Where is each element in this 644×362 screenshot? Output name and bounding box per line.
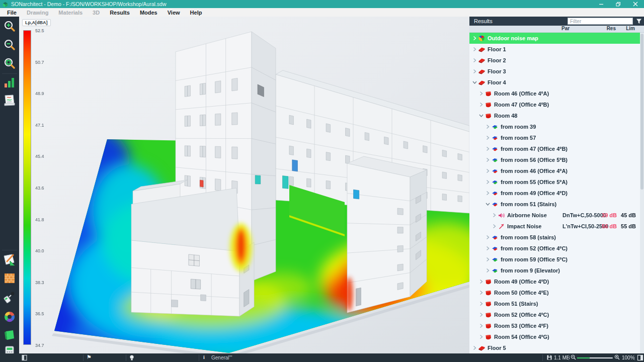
menu-item-help[interactable]: Help [185,10,207,16]
tree-row[interactable]: from room 46 (Office 4ºA) [469,165,640,176]
tree-row[interactable]: from room 47 (Office 4ºB) [469,143,640,154]
expander-chevron-icon[interactable] [478,290,485,296]
minimize-button[interactable] [593,0,610,8]
zoom-extents-button[interactable] [3,57,16,70]
expander-chevron-icon[interactable] [471,57,478,63]
sound-meter-button[interactable] [3,291,16,304]
tree-row[interactable]: Outdoor noise map [469,33,640,44]
tree-row[interactable]: Floor 5 [469,342,640,353]
expander-chevron-icon[interactable] [485,135,491,141]
tree-row[interactable]: Floor 2 [469,55,640,66]
zoom-out-button[interactable] [3,38,16,51]
status-bar: ⚑ i General''' 1.1 MB 100% [0,353,644,362]
tree-row[interactable]: Room 52 (Office 4ºC) [469,309,640,320]
menu-item-view[interactable]: View [163,10,185,16]
expander-chevron-icon[interactable] [471,68,478,74]
tree-row[interactable]: Room 48 [469,110,640,121]
expander-chevron-icon[interactable] [478,323,485,329]
chart-button[interactable] [3,76,16,89]
fromroom-red-icon [491,168,499,174]
expander-chevron-icon[interactable] [485,157,491,163]
zoom-in-small-icon[interactable] [614,354,620,360]
tree-row[interactable]: Airborne NoiseDnTw+C,50-500039 dB45 dB [469,210,640,221]
parameter-value: DnTw+C,50-5000 [562,212,606,218]
tree-row[interactable]: Room 51 (Stairs) [469,298,640,309]
tree-row[interactable]: Room 54 (Office 4ºG) [469,331,640,342]
tree-row[interactable]: from room 55 (Office 5ºA) [469,176,640,188]
expander-chevron-icon[interactable] [485,124,491,130]
expander-chevron-icon[interactable] [478,102,485,108]
menu-item-materials: Materials [53,10,88,16]
fromroom-red-icon [491,190,499,197]
expander-chevron-icon[interactable] [485,234,491,240]
noise-map-3d-view[interactable]: Lp,A[dBA] 52.550.748.947.145.443.641.840… [19,17,469,353]
tree-row-label: from room 52 (Office 4ºC) [501,245,568,251]
tree-row[interactable]: Room 53 (Office 4ºF) [469,320,640,331]
expander-chevron-icon[interactable] [491,212,498,218]
tree-row[interactable]: Room 46 (Office 4ºA) [469,88,640,99]
expander-chevron-icon[interactable] [471,345,478,351]
zoom-slider[interactable] [577,357,613,358]
expander-chevron-icon[interactable] [485,256,491,262]
noisemap-icon [478,35,486,42]
expander-chevron-icon[interactable] [485,168,491,174]
expander-chevron-icon[interactable] [471,46,478,52]
expander-chevron-icon[interactable] [478,279,485,285]
zoom-out-small-icon[interactable] [571,354,576,360]
bulb-icon[interactable] [129,354,135,361]
expander-chevron-icon[interactable] [471,35,478,41]
expander-chevron-icon[interactable] [471,79,478,85]
tree-row[interactable]: from room 58 (stairs) [469,232,640,243]
expander-chevron-icon[interactable] [478,301,485,307]
tree-row[interactable]: from room 52 (Office 4ºC) [469,243,640,254]
maximize-button[interactable] [610,0,627,8]
menu-item-file[interactable]: File [2,10,22,16]
expander-chevron-icon[interactable] [485,190,491,196]
tree-row[interactable]: from room 59 (Office 5ºC) [469,254,640,265]
tree-row[interactable]: Room 49 (Office 4ºD) [469,276,640,287]
layout-toggle-icon[interactable] [637,354,643,361]
status-info-label: General''' [211,355,232,360]
flag-icon[interactable]: ⚑ [87,354,92,360]
tree-row[interactable]: Room 50 (Office 4ºE) [469,287,640,298]
expander-chevron-icon[interactable] [478,334,485,340]
tree-row[interactable]: Floor 3 [469,66,640,77]
expander-chevron-icon[interactable] [478,312,485,318]
expander-chevron-icon[interactable] [485,146,491,152]
tree-row[interactable]: Floor 4 [469,77,640,88]
color-wheel-button[interactable] [3,310,16,323]
solid-3d-button[interactable] [3,328,16,341]
room-icon [485,334,492,340]
tree-row[interactable]: Impact NoiseL'nTw+CI,50-250056 dB55 dB [469,221,640,232]
tree-row-label: from room 51 (Stairs) [501,201,556,207]
results-scrollbar[interactable] [640,33,644,353]
expander-chevron-icon[interactable] [478,90,485,97]
report-button[interactable] [3,94,16,107]
tree-row[interactable]: from room 39 [469,121,640,132]
tree-row[interactable]: from room 9 (Elevator) [469,265,640,276]
expander-chevron-icon[interactable] [485,179,491,185]
limit-value: 55 dB [621,223,636,229]
expander-chevron-icon[interactable] [491,223,498,229]
floor-icon [478,345,486,351]
door-icon[interactable] [21,354,28,361]
expander-chevron-icon[interactable] [485,267,491,274]
menu-item-results[interactable]: Results [105,10,135,16]
expander-chevron-icon[interactable] [485,201,491,207]
filter-funnel-icon[interactable] [635,18,642,25]
results-scrollbar-thumb[interactable] [640,34,643,190]
tree-row[interactable]: from room 49 (Office 4ºD) [469,188,640,199]
tree-row[interactable]: from room 51 (Stairs) [469,199,640,210]
menu-item-modes[interactable]: Modes [135,10,163,16]
expander-chevron-icon[interactable] [485,245,491,251]
zoom-in-button[interactable] [3,20,16,33]
tree-row[interactable]: from room 56 (Office 5ºB) [469,154,640,165]
filter-input[interactable] [568,18,633,25]
sketch-button[interactable] [3,253,16,266]
tree-row[interactable]: Room 47 (Office 4ºB) [469,99,640,110]
close-button[interactable] [627,0,644,8]
materials-bricks-button[interactable] [3,272,16,285]
tree-row[interactable]: Floor 1 [469,44,640,55]
tree-row[interactable]: from room 57 [469,132,640,143]
expander-chevron-icon[interactable] [478,113,485,119]
